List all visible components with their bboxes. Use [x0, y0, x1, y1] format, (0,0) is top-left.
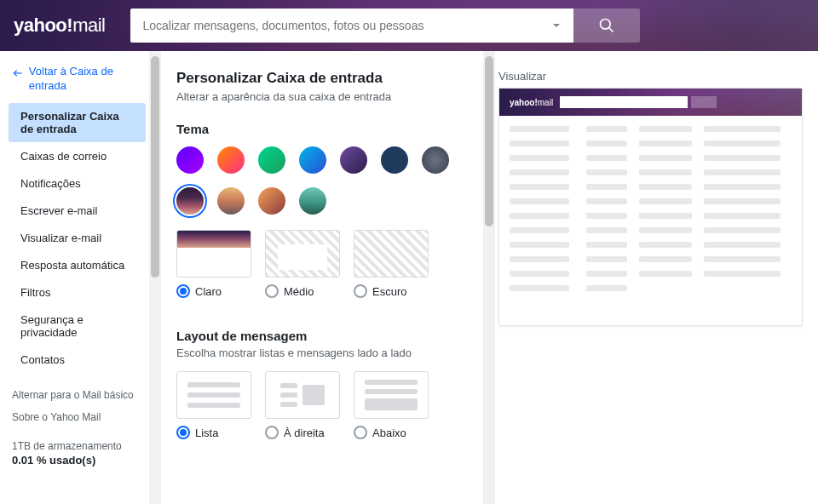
- preview-card: yahoo!mail: [498, 88, 803, 326]
- page-subtitle: Alterar a aparência da sua caixa de entr…: [176, 90, 468, 103]
- switch-basic-mail-link[interactable]: Alternar para o Mail básico: [0, 384, 146, 406]
- yahoo-mail-logo: yahoo!mail: [14, 14, 105, 37]
- radio-icon: [354, 284, 367, 298]
- settings-panel: Personalizar Caixa de entrada Alterar a …: [161, 51, 483, 504]
- layout-subtitle: Escolha mostrar listas e mensagens lado …: [176, 346, 468, 359]
- sidebar-item-notifications[interactable]: Notificações: [9, 170, 146, 197]
- theme-swatch-teal-forest[interactable]: [299, 187, 326, 215]
- radio-icon: [265, 284, 279, 298]
- sidebar-item-mailboxes[interactable]: Caixas de correio: [9, 143, 146, 169]
- layout-list[interactable]: Lista: [176, 371, 251, 439]
- sidebar-item-auto-reply[interactable]: Resposta automática: [9, 252, 146, 278]
- sidebar-item-security-privacy[interactable]: Segurança e privacidade: [9, 306, 146, 346]
- radio-icon: [176, 426, 190, 439]
- sidebar-item-contacts[interactable]: Contatos: [9, 346, 146, 373]
- svg-line-1: [609, 28, 614, 32]
- theme-swatch-twilight[interactable]: [176, 187, 204, 215]
- theme-swatch-green[interactable]: [258, 146, 285, 174]
- search-input[interactable]: [130, 9, 539, 43]
- sidebar-item-personalize-inbox[interactable]: Personalizar Caixa de entrada: [9, 103, 146, 142]
- app-header: yahoo!mail: [0, 0, 818, 51]
- theme-swatch-autumn[interactable]: [258, 187, 285, 215]
- brightness-mode-row: Claro Médio Escuro: [176, 230, 468, 298]
- radio-icon: [265, 426, 279, 439]
- theme-swatch-purple[interactable]: [176, 146, 204, 174]
- settings-scrollbar[interactable]: [483, 51, 495, 504]
- chevron-down-icon: [551, 20, 562, 31]
- mode-medium[interactable]: Médio: [265, 230, 340, 298]
- theme-heading: Tema: [176, 122, 468, 136]
- sidebar-item-filters[interactable]: Filtros: [9, 279, 146, 306]
- storage-total: 1TB de armazenamento: [12, 440, 134, 452]
- settings-sidebar: Voltar à Caixa de entrada Personalizar C…: [0, 51, 149, 504]
- radio-icon: [354, 426, 367, 439]
- page-title: Personalizar Caixa de entrada: [176, 70, 468, 87]
- theme-swatches: [176, 146, 468, 215]
- preview-column: Visualizar yahoo!mail: [495, 51, 818, 504]
- sidebar-item-compose-email[interactable]: Escrever e-mail: [9, 198, 146, 224]
- svg-point-0: [601, 20, 611, 30]
- preview-header: yahoo!mail: [499, 89, 802, 116]
- layout-right[interactable]: À direita: [265, 371, 340, 439]
- mode-dark[interactable]: Escuro: [354, 230, 429, 298]
- sidebar-item-view-email[interactable]: Visualizar e-mail: [9, 225, 146, 251]
- theme-swatch-blue[interactable]: [299, 146, 326, 174]
- search-bar: [130, 9, 640, 43]
- search-button[interactable]: [573, 9, 640, 43]
- storage-info: 1TB de armazenamento 0.01 % usado(s): [0, 428, 146, 478]
- storage-used: 0.01 % usado(s): [12, 454, 134, 467]
- radio-icon: [176, 284, 190, 298]
- search-icon: [598, 17, 615, 34]
- arrow-left-icon: [12, 66, 24, 80]
- sidebar-scrollbar[interactable]: [149, 51, 161, 504]
- mode-light[interactable]: Claro: [176, 230, 251, 298]
- search-dropdown-toggle[interactable]: [539, 9, 573, 43]
- back-to-inbox-link[interactable]: Voltar à Caixa de entrada: [0, 61, 146, 102]
- theme-swatch-orange-pink[interactable]: [217, 146, 245, 174]
- theme-swatch-sunset-hills[interactable]: [217, 187, 245, 215]
- layout-heading: Layout de mensagem: [176, 329, 468, 343]
- theme-swatch-navy[interactable]: [381, 146, 408, 174]
- theme-swatch-dark-purple[interactable]: [340, 146, 367, 174]
- theme-swatch-gray[interactable]: [422, 146, 449, 174]
- layout-below[interactable]: Abaixo: [354, 371, 429, 439]
- about-yahoo-mail-link[interactable]: Sobre o Yahoo Mail: [0, 406, 146, 428]
- preview-label: Visualizar: [498, 70, 803, 83]
- message-layout-row: Lista À direita Abaixo: [176, 371, 468, 439]
